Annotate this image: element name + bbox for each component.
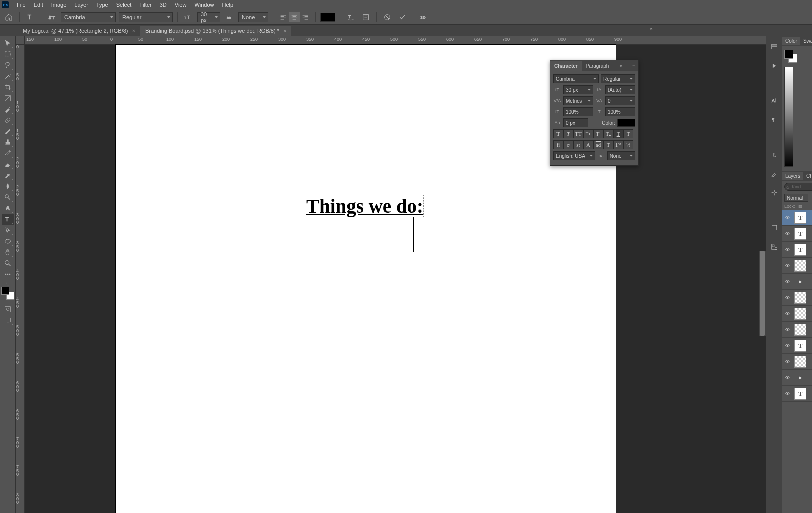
strikethrough-icon[interactable]: T	[624, 130, 634, 138]
panel-menu-icon[interactable]: ≡	[630, 64, 638, 69]
menu-file[interactable]: File	[13, 1, 30, 9]
layer-row[interactable]: 👁▸	[782, 370, 812, 386]
edit-toolbar-icon[interactable]	[2, 269, 14, 280]
layer-thumbnail[interactable]: T	[794, 340, 806, 352]
document-canvas[interactable]: Things we do:	[116, 45, 616, 513]
menu-edit[interactable]: Edit	[30, 1, 48, 9]
menu-window[interactable]: Window	[190, 1, 218, 9]
menu-help[interactable]: Help	[218, 1, 238, 9]
vertical-scrollbar[interactable]	[759, 251, 766, 336]
font-size-input[interactable]: 30 px	[198, 12, 220, 22]
dodge-tool-icon[interactable]	[2, 192, 14, 203]
doc-tab-2[interactable]: Branding Board.psd @ 131% (Things we do:…	[140, 26, 292, 36]
char-baseline[interactable]: 0 px	[564, 118, 588, 128]
menu-image[interactable]: Image	[48, 1, 71, 9]
layer-thumbnail[interactable]	[794, 292, 806, 304]
layer-row[interactable]: 👁T	[782, 226, 812, 242]
history-panel-icon[interactable]	[770, 42, 780, 52]
warp-text-icon[interactable]: T	[345, 12, 357, 22]
smallcaps-icon[interactable]: Tᴛ	[584, 130, 594, 138]
shape-tool-icon[interactable]	[2, 236, 14, 247]
paragraph-panel-icon[interactable]: ¶	[770, 115, 780, 125]
layer-thumbnail[interactable]	[794, 308, 806, 320]
actions-panel-icon[interactable]	[770, 61, 780, 71]
tab-color[interactable]: Color	[782, 37, 800, 46]
font-family-dropdown[interactable]: Cambria	[61, 12, 116, 22]
foreground-background-colors[interactable]	[2, 287, 14, 300]
char-antialias[interactable]: None	[608, 152, 636, 160]
tab-channels[interactable]: Ch	[804, 172, 812, 180]
visibility-icon[interactable]: 👁	[782, 296, 792, 300]
faux-bold-icon[interactable]: T	[554, 130, 564, 138]
char-kerning[interactable]: Metrics	[564, 96, 594, 106]
pen-tool-icon[interactable]	[2, 203, 14, 214]
align-right-icon[interactable]	[300, 12, 311, 22]
tab-paragraph[interactable]: Paragraph	[582, 62, 614, 71]
text-orientation-icon[interactable]: ⇵T	[46, 12, 58, 22]
layer-thumbnail[interactable]: ▸	[794, 372, 806, 384]
layer-thumbnail[interactable]: T	[794, 228, 806, 240]
wand-tool-icon[interactable]	[2, 71, 14, 82]
char-font-family[interactable]: Cambria	[554, 74, 599, 84]
lock-pixels-icon[interactable]: ▦	[798, 204, 803, 209]
canvas-viewport[interactable]: 1501005005010015020025030035040045050055…	[16, 36, 766, 513]
layer-row[interactable]: 👁T	[782, 338, 812, 354]
char-tracking[interactable]: 0	[606, 96, 636, 106]
layer-row[interactable]: 👁T	[782, 386, 812, 402]
underline-icon[interactable]: T	[614, 130, 624, 138]
char-font-size[interactable]: 30 px	[564, 86, 594, 94]
menu-3d[interactable]: 3D	[156, 1, 171, 9]
tab-layers[interactable]: Layers	[782, 172, 804, 180]
character-panel-icon[interactable]: A	[770, 96, 780, 106]
type-tool-icon[interactable]: T	[24, 12, 36, 22]
visibility-icon[interactable]: 👁	[782, 376, 792, 380]
char-leading[interactable]: (Auto)	[606, 86, 636, 94]
char-color-swatch[interactable]	[618, 119, 636, 127]
stylistic-alt-icon[interactable]: ad	[594, 140, 604, 150]
ligatures-icon[interactable]: fi	[554, 140, 564, 150]
hand-tool-icon[interactable]	[2, 247, 14, 258]
frame-tool-icon[interactable]	[2, 93, 14, 104]
font-style-dropdown[interactable]: Regular	[119, 12, 173, 22]
align-center-icon[interactable]	[289, 12, 300, 22]
marquee-tool-icon[interactable]	[2, 49, 14, 60]
stamp-tool-icon[interactable]	[2, 137, 14, 148]
menu-select[interactable]: Select	[112, 1, 136, 9]
layer-thumbnail[interactable]: T	[794, 212, 806, 224]
commit-icon[interactable]	[396, 12, 408, 22]
character-panel-header[interactable]: Character Paragraph » ≡	[550, 60, 638, 72]
brightness-slider[interactable]	[784, 67, 794, 167]
layer-row[interactable]: 👁	[782, 306, 812, 322]
blur-tool-icon[interactable]	[2, 181, 14, 192]
history-brush-tool-icon[interactable]	[2, 148, 14, 159]
type-tool-icon[interactable]: T	[2, 214, 14, 225]
fractions-icon[interactable]: ½	[624, 140, 634, 150]
blend-mode-dropdown[interactable]: Normal	[784, 194, 808, 202]
fg-color-swatch[interactable]	[784, 50, 794, 59]
visibility-icon[interactable]: 👁	[782, 392, 792, 396]
eyedropper-tool-icon[interactable]	[2, 104, 14, 115]
layer-comps-panel-icon[interactable]	[770, 223, 780, 233]
visibility-icon[interactable]: 👁	[782, 344, 792, 348]
foreground-color-swatch[interactable]	[2, 287, 10, 295]
character-panel[interactable]: Character Paragraph » ≡ Cambria Regular …	[550, 60, 639, 166]
tab-swatches[interactable]: Swa	[800, 37, 812, 46]
char-hscale[interactable]: 100%	[606, 108, 636, 116]
contextual-alt-icon[interactable]: σ	[564, 140, 574, 150]
layer-thumbnail[interactable]: T	[794, 244, 806, 256]
antialias-dropdown[interactable]: None	[238, 12, 268, 22]
layer-thumbnail[interactable]: T	[794, 388, 806, 400]
move-tool-icon[interactable]	[2, 38, 14, 49]
text-layer-content[interactable]: Things we do:	[306, 195, 424, 218]
text-color-swatch[interactable]	[320, 13, 336, 22]
visibility-icon[interactable]: 👁	[782, 360, 792, 364]
character-panel-icon[interactable]	[360, 12, 372, 22]
visibility-icon[interactable]: 👁	[782, 280, 792, 284]
layer-row[interactable]: 👁	[782, 322, 812, 338]
brush-settings-panel-icon[interactable]	[770, 169, 780, 179]
clone-source-panel-icon[interactable]	[770, 188, 780, 198]
layer-thumbnail[interactable]: ▸	[794, 276, 806, 288]
superscript-icon[interactable]: T¹	[594, 130, 604, 138]
align-left-icon[interactable]	[278, 12, 289, 22]
menu-layer[interactable]: Layer	[70, 1, 92, 9]
